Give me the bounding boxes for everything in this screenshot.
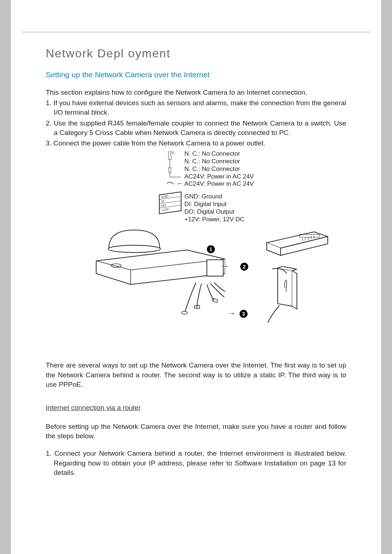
divider [22, 32, 370, 32]
footer: 10 - User's Manual [11, 532, 381, 554]
terminal-block-a-labels: N. C.: No Connector N. C.: No Connector … [184, 150, 254, 188]
tbb-l1: GND: Ground [184, 193, 244, 201]
arrow-icon: → [220, 263, 229, 270]
svg-rect-13 [212, 298, 218, 303]
svg-rect-0 [168, 155, 171, 160]
intro-text: This section explains how to configure t… [46, 88, 346, 97]
tbb-l4: +12V: Power, 12V DC [184, 216, 244, 223]
connector-a-icon [166, 155, 181, 184]
router-step-1: 1. Connect your Network Camera behind a … [46, 449, 346, 477]
router-intro: Before setting up the Network Camera ove… [46, 422, 346, 441]
terminal-block-icon: GND DI DO +12V [159, 192, 181, 214]
callout-2: 2 [240, 263, 248, 271]
intro-block: This section explains how to configure t… [46, 88, 346, 148]
step-1: 1. If you have external devices such as … [46, 98, 346, 117]
callout-3: 3 [240, 310, 248, 318]
camera-icon [94, 226, 225, 317]
svg-rect-2 [169, 168, 171, 173]
wiring-diagram: 12V N. C.: No Connector N. C.: No Connec… [65, 150, 327, 332]
step-3: 3. Connect the power cable from the Netw… [46, 139, 346, 148]
content-area: Network Depl oyment Setting up the Netwo… [11, 34, 381, 477]
switch-icon [263, 230, 328, 259]
paragraph-methods: There are several ways to set up the Net… [46, 361, 346, 389]
terminal-block-b-labels: GND: Ground DI: Digital Input DO: Digita… [184, 193, 244, 223]
tba-l3: N. C.: No Connector [184, 165, 254, 173]
svg-point-11 [181, 311, 187, 314]
svg-point-6 [108, 245, 160, 253]
tiny-connector-label: 12V [168, 151, 174, 155]
power-adapter-icon [258, 266, 301, 324]
tba-l5: AC24V: Power in AC 24V [184, 180, 254, 188]
tba-l1: N. C.: No Connector [184, 150, 254, 158]
footer-text: 10 - User's Manual [48, 540, 94, 546]
tba-l4: AC24V: Power in AC 24V [184, 173, 254, 181]
tbb-l3: DO: Digital Output [184, 208, 244, 216]
tba-l2: N. C.: No Connector [184, 158, 254, 165]
header-brand: VIVOTEK [11, 0, 381, 32]
tbb-l2: DI: Digital Input [184, 201, 244, 208]
page-title: Network Depl oyment [46, 47, 346, 60]
step-2: 2. Use the supplied RJ45 female/female c… [46, 119, 346, 138]
router-heading: Internet connection via a router [46, 404, 346, 412]
section-subtitle: Setting up the Network Camera over the I… [46, 70, 346, 79]
page: VIVOTEK Network Depl oyment Setting up t… [11, 0, 381, 554]
arrow-icon: → [226, 310, 236, 317]
